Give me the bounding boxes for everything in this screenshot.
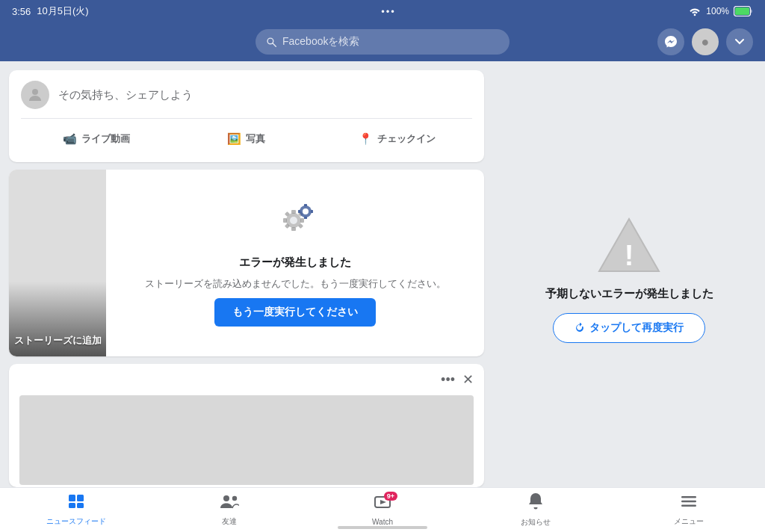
composer-actions: 📹 ライブ動画 🖼️ 写真 📍 チェックイン xyxy=(21,118,472,152)
stories-error-area: エラーが発生しました ストーリーズを読み込めませんでした。もう一度実行してくださ… xyxy=(106,170,484,356)
stories-section: ストーリーズに追加 xyxy=(9,170,484,356)
status-left: 3:56 10月5日(火) xyxy=(12,4,89,18)
live-video-button[interactable]: 📹 ライブ動画 xyxy=(21,126,171,152)
post-card-header: ••• ✕ xyxy=(9,364,484,395)
wifi-icon xyxy=(688,6,701,16)
search-bar[interactable]: Facebookを検索 xyxy=(255,29,510,55)
checkin-label: チェックイン xyxy=(377,132,436,146)
svg-rect-17 xyxy=(304,204,307,206)
svg-rect-31 xyxy=(681,496,696,498)
nav-dropdown-button[interactable] xyxy=(726,28,753,55)
svg-rect-26 xyxy=(77,503,84,508)
nav-right: ● xyxy=(657,28,753,55)
home-indicator xyxy=(338,526,427,529)
newsfeed-label: ニュースフィード xyxy=(46,516,106,527)
messenger-button[interactable] xyxy=(657,28,684,55)
live-video-icon: 📹 xyxy=(63,132,77,146)
photo-icon: 🖼️ xyxy=(227,132,241,146)
search-placeholder: Facebookを検索 xyxy=(282,35,359,49)
menu-label: メニュー xyxy=(674,516,704,527)
refresh-icon xyxy=(574,323,585,333)
status-time: 3:56 xyxy=(12,6,31,17)
svg-marker-30 xyxy=(380,500,386,504)
main-content: その気持ち、シェアしよう 📹 ライブ動画 🖼️ 写真 📍 チェックイン xyxy=(0,61,765,487)
composer-top: その気持ち、シェアしよう xyxy=(21,81,472,109)
svg-line-3 xyxy=(273,43,276,46)
error-cog-icon xyxy=(274,200,316,248)
warning-triangle-icon: ! xyxy=(595,215,663,275)
svg-rect-20 xyxy=(311,210,313,213)
friends-icon xyxy=(220,493,239,514)
status-date: 10月5日(火) xyxy=(37,4,88,18)
post-close-button[interactable]: ✕ xyxy=(462,371,474,388)
watch-label: Watch xyxy=(372,518,393,526)
user-avatar xyxy=(21,81,49,109)
battery-icon xyxy=(734,6,753,16)
stories-error-subtitle: ストーリーズを読み込めませんでした。もう一度実行してください。 xyxy=(145,277,446,291)
photo-button[interactable]: 🖼️ 写真 xyxy=(171,126,321,152)
status-right: 100% xyxy=(688,6,753,16)
svg-point-16 xyxy=(303,208,309,214)
status-dots: ••• xyxy=(381,6,396,17)
svg-text:!: ! xyxy=(625,240,634,271)
right-error-box: ! 予期しないエラーが発生しました タップして再度実行 xyxy=(545,215,713,343)
profile-avatar-button[interactable]: ● xyxy=(692,28,719,55)
tab-friends[interactable]: 友達 xyxy=(153,489,306,531)
tab-notifications[interactable]: お知らせ xyxy=(459,488,612,532)
watch-badge: 9+ xyxy=(384,492,397,501)
stories-retry-button[interactable]: もう一度実行してください xyxy=(214,298,376,327)
svg-rect-10 xyxy=(300,218,304,223)
right-column: ! 予期しないエラーが発生しました タップして再度実行 xyxy=(493,70,765,487)
checkin-button[interactable]: 📍 チェックイン xyxy=(322,126,472,152)
tab-watch[interactable]: 9+ Watch xyxy=(306,490,459,531)
battery-text: 100% xyxy=(706,6,729,16)
feed-column: その気持ち、シェアしよう 📹 ライブ動画 🖼️ 写真 📍 チェックイン xyxy=(0,70,493,487)
live-video-label: ライブ動画 xyxy=(81,132,130,146)
svg-rect-24 xyxy=(77,495,84,501)
svg-point-6 xyxy=(290,217,297,224)
notifications-icon xyxy=(527,492,544,515)
post-card: ••• ✕ xyxy=(9,364,484,487)
story-add-label: ストーリーズに追加 xyxy=(14,334,102,347)
post-image xyxy=(19,395,474,485)
right-retry-button[interactable]: タップして再度実行 xyxy=(553,313,705,343)
checkin-icon: 📍 xyxy=(359,132,373,146)
svg-point-27 xyxy=(223,495,229,501)
story-add-button[interactable]: ストーリーズに追加 xyxy=(9,170,106,356)
top-nav: Facebookを検索 ● xyxy=(0,22,765,61)
newsfeed-icon xyxy=(67,493,85,514)
menu-icon xyxy=(680,493,698,514)
stories-error-title: エラーが発生しました xyxy=(239,256,351,270)
photo-label: 写真 xyxy=(246,132,265,146)
friends-label: 友達 xyxy=(222,516,237,527)
svg-rect-23 xyxy=(69,495,75,501)
svg-rect-32 xyxy=(681,501,696,503)
post-composer: その気持ち、シェアしよう 📹 ライブ動画 🖼️ 写真 📍 チェックイン xyxy=(9,70,484,162)
right-retry-label: タップして再度実行 xyxy=(589,321,684,335)
composer-placeholder[interactable]: その気持ち、シェアしよう xyxy=(58,88,193,102)
svg-point-4 xyxy=(32,89,38,95)
right-error-title: 予期しないエラーが発生しました xyxy=(545,287,713,301)
watch-icon: 9+ xyxy=(374,495,391,516)
status-bar: 3:56 10月5日(火) ••• 100% xyxy=(0,0,765,22)
svg-rect-1 xyxy=(735,7,749,15)
notifications-label: お知らせ xyxy=(521,517,551,528)
tab-newsfeed[interactable]: ニュースフィード xyxy=(0,489,153,531)
svg-point-28 xyxy=(232,496,237,501)
svg-rect-33 xyxy=(681,505,696,507)
search-icon xyxy=(266,37,276,47)
tab-bar: ニュースフィード 友達 9+ Watch xyxy=(0,487,765,532)
svg-rect-8 xyxy=(291,227,296,231)
svg-rect-9 xyxy=(283,218,287,223)
svg-rect-25 xyxy=(69,503,75,508)
svg-rect-18 xyxy=(304,217,307,219)
post-options-button[interactable]: ••• xyxy=(441,372,455,388)
svg-rect-19 xyxy=(298,210,300,213)
tab-menu[interactable]: メニュー xyxy=(612,489,765,531)
svg-rect-7 xyxy=(291,210,296,214)
